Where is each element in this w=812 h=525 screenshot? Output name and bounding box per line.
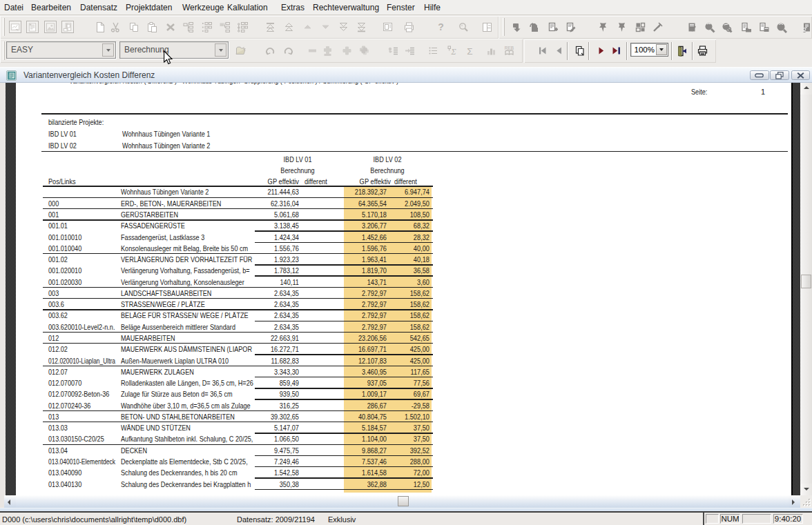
move-pageup-icon[interactable] xyxy=(282,21,295,33)
tree-level2-icon[interactable] xyxy=(200,21,213,33)
menu-item-projektdaten[interactable]: Projektdaten xyxy=(126,3,172,12)
nav-prev-icon[interactable] xyxy=(552,44,565,57)
undo-icon[interactable] xyxy=(264,44,276,57)
scroll-left-button[interactable] xyxy=(4,495,16,508)
print-preview-icon[interactable] xyxy=(381,21,394,33)
add-subposition-icon[interactable] xyxy=(358,44,370,57)
vertical-scroll-thumb[interactable] xyxy=(801,275,811,288)
add-record-icon[interactable] xyxy=(546,21,559,33)
new-document-icon[interactable] xyxy=(94,21,106,33)
nav-last-icon[interactable] xyxy=(610,44,622,57)
window-document-icon[interactable] xyxy=(757,21,770,33)
shift-arrow-list-icon[interactable] xyxy=(403,44,416,57)
cell-pos: 001.02 xyxy=(48,255,68,264)
tree-all-icon[interactable] xyxy=(236,21,249,33)
remove-position-icon[interactable] xyxy=(306,44,318,57)
restore-button[interactable] xyxy=(770,70,789,80)
menu-item-kalkulation[interactable]: Kalkulation xyxy=(227,3,268,12)
tree-branch-icon[interactable] xyxy=(218,21,231,33)
search-globe-icon[interactable] xyxy=(703,21,715,33)
shift-hand-list-icon[interactable] xyxy=(387,44,399,57)
table-row: 001.01FASSADENGERÜSTE3.138,453.206,7768,… xyxy=(16,219,792,230)
statistics-chart-icon[interactable] xyxy=(485,44,497,57)
row-rule-full xyxy=(43,298,433,299)
cell-description: Deckenplatte als Elementdecke, Stb C 20/… xyxy=(121,457,248,466)
move-last-icon[interactable] xyxy=(355,21,367,33)
zoom-combobox[interactable]: 100% xyxy=(630,43,668,57)
formula-sigma-icon[interactable]: Σ xyxy=(445,44,458,57)
help-icon[interactable]: ? xyxy=(434,21,447,33)
open-folder-icon[interactable] xyxy=(234,44,246,57)
archive-books-icon[interactable] xyxy=(61,21,74,33)
export-image-icon[interactable] xyxy=(9,21,21,33)
search-icon[interactable] xyxy=(457,21,470,33)
menu-item-datensatz[interactable]: Datensatz xyxy=(80,3,117,12)
redo-icon[interactable] xyxy=(282,44,294,57)
pin-tool-icon[interactable] xyxy=(651,21,664,33)
user-document-icon[interactable] xyxy=(800,21,812,33)
nav-first-icon[interactable] xyxy=(536,44,548,57)
horizontal-scroll-thumb[interactable] xyxy=(398,496,409,506)
check-document-icon[interactable] xyxy=(686,21,698,33)
move-down-icon[interactable] xyxy=(319,21,331,33)
profile-select-combobox[interactable]: EASY xyxy=(6,41,116,59)
zoom-dropdown-button[interactable] xyxy=(656,44,667,55)
import-data-icon[interactable] xyxy=(510,21,523,33)
fetch-down-icon[interactable] xyxy=(597,21,609,33)
toolbar-grip[interactable] xyxy=(3,41,5,60)
add-position-icon[interactable] xyxy=(340,44,353,57)
report-page[interactable]: Variantenvergleich Kosten ( Differenz ) … xyxy=(16,83,792,496)
minimize-button[interactable] xyxy=(750,70,769,80)
move-up-icon[interactable] xyxy=(301,21,313,33)
scroll-down-button[interactable] xyxy=(800,484,812,495)
print-report-icon[interactable] xyxy=(696,44,708,57)
profile-select-dropdown-button[interactable] xyxy=(102,43,114,57)
exit-door-icon[interactable] xyxy=(675,44,687,57)
fetch-down-alt-icon[interactable] xyxy=(615,21,628,33)
toolbar-grip[interactable] xyxy=(503,18,505,36)
print-icon[interactable] xyxy=(403,21,415,33)
cell-pos: 001.010040 xyxy=(48,244,81,252)
report-view-icon[interactable] xyxy=(26,21,39,33)
cell-diff2: 69,67 xyxy=(371,390,429,398)
picture-view-icon[interactable] xyxy=(44,21,57,33)
search-globe-alt-icon[interactable] xyxy=(720,21,733,33)
view-select-combobox[interactable]: Berechnung xyxy=(119,41,229,59)
scroll-right-button[interactable] xyxy=(789,495,800,508)
globe-view-icon[interactable] xyxy=(775,21,787,33)
window-tiles-icon[interactable] xyxy=(634,21,646,33)
horizontal-scrollbar[interactable] xyxy=(4,495,800,508)
toolbar-grip[interactable] xyxy=(3,18,5,36)
cut-icon[interactable] xyxy=(109,21,122,33)
edit-record-icon[interactable] xyxy=(564,21,577,33)
outline-list-icon[interactable] xyxy=(427,44,439,57)
folder-document-icon[interactable] xyxy=(740,21,752,33)
paste-icon[interactable] xyxy=(146,21,158,33)
menu-item-datei[interactable]: Datei xyxy=(4,3,23,12)
menu-item-rechteverwaltung[interactable]: Rechteverwaltung xyxy=(313,3,379,12)
view-select-dropdown-button[interactable] xyxy=(215,43,226,57)
sum-sigma-icon[interactable]: Σ xyxy=(463,44,476,57)
column-header-gp1: GP effektiv xyxy=(240,177,299,186)
move-pagedown-icon[interactable] xyxy=(337,21,349,33)
menu-item-bearbeiten[interactable]: Bearbeiten xyxy=(31,3,71,12)
close-button[interactable] xyxy=(791,70,811,80)
move-first-icon[interactable] xyxy=(264,21,276,33)
nav-next-icon[interactable] xyxy=(594,44,607,57)
child-window-titlebar[interactable]: Variantenvergleich Kosten Differenz xyxy=(0,67,812,83)
insert-position-icon[interactable] xyxy=(321,44,334,57)
menu-item-fenster[interactable]: Fenster xyxy=(387,3,415,12)
copy-pages-icon[interactable] xyxy=(573,44,586,57)
layout-columns-icon[interactable] xyxy=(481,21,493,33)
scroll-up-button[interactable] xyxy=(800,83,812,95)
cell-gp1: 3.343,30 xyxy=(241,368,299,376)
export-data-icon[interactable] xyxy=(528,21,540,33)
vertical-scrollbar[interactable] xyxy=(800,83,812,496)
tree-level1-icon[interactable] xyxy=(182,21,194,33)
copy-icon[interactable] xyxy=(128,21,140,33)
delete-icon[interactable] xyxy=(164,21,177,33)
menu-item-werkzeuge[interactable]: Werkzeuge xyxy=(182,3,224,12)
menu-item-hilfe[interactable]: Hilfe xyxy=(424,3,441,12)
reb-book-icon[interactable]: REB xyxy=(503,44,515,57)
menu-item-extras[interactable]: Extras xyxy=(281,3,304,12)
